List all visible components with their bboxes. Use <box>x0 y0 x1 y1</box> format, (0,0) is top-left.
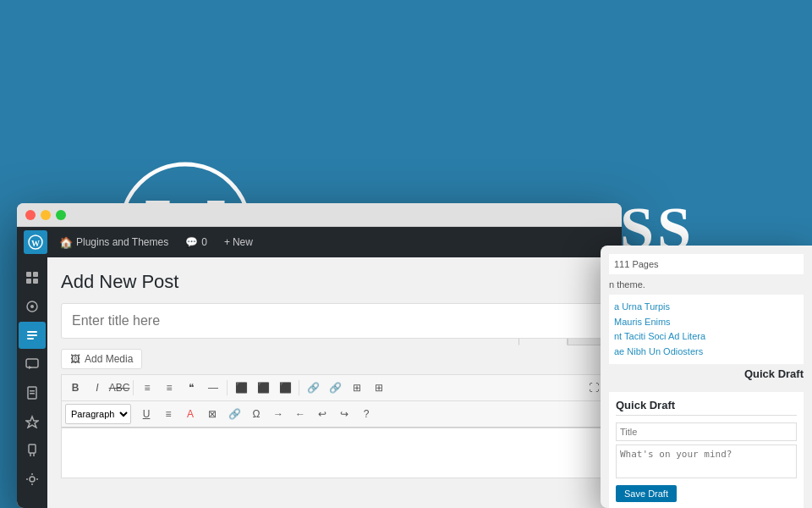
sidebar-item-posts[interactable] <box>19 322 46 349</box>
sidebar-item-media[interactable] <box>19 293 46 320</box>
list-item: Mauris Enims <box>614 315 798 330</box>
wp-admin-logo[interactable]: W <box>24 230 47 254</box>
admin-bar: W 🏠 Plugins and Themes 💬 0 + New <box>17 227 622 257</box>
home-link[interactable]: 🏠 Plugins and Themes <box>54 233 173 252</box>
editor-toolbar-2: Paragraph U ≡ A ⊠ 🔗 Ω → ← ↩ ↪ ? <box>61 400 608 428</box>
site-title: Plugins and Themes <box>76 236 168 248</box>
justify-button[interactable]: ≡ <box>158 404 178 424</box>
editor-area: Add New Post 🖼 Add Media Visual Text B I… <box>47 257 622 508</box>
list-item: a Urna Turpis <box>614 300 798 315</box>
sidebar-item-comments[interactable] <box>19 351 46 378</box>
close-dot[interactable] <box>25 210 36 220</box>
svg-rect-5 <box>33 272 38 277</box>
svg-point-9 <box>30 305 34 308</box>
add-media-button[interactable]: 🖼 Add Media <box>61 349 142 369</box>
svg-rect-15 <box>30 390 35 392</box>
ol-button[interactable]: ≡ <box>159 378 179 398</box>
svg-point-21 <box>26 478 28 480</box>
quick-draft-header: Quick Draft <box>609 367 804 387</box>
bold-button[interactable]: B <box>65 378 85 398</box>
hr-button[interactable]: — <box>203 378 223 398</box>
svg-rect-6 <box>26 279 31 284</box>
wp-icon: W <box>28 235 43 250</box>
link-button[interactable]: 🔗 <box>303 378 323 398</box>
toolbar-divider-1 <box>133 380 134 395</box>
list-items-area: a Urna Turpis Mauris Enims nt Taciti Soc… <box>609 295 804 364</box>
insert-more-button[interactable]: ⊞ <box>347 378 367 398</box>
page-heading: Add New Post <box>61 271 608 293</box>
toolbar-divider-2 <box>227 380 228 395</box>
redo-button[interactable]: ↪ <box>334 404 354 424</box>
post-title-input[interactable] <box>61 303 608 339</box>
italic-button[interactable]: I <box>87 378 107 398</box>
editor-toolbar-1: B I ABC ≡ ≡ ❝ — ⬛ ⬛ ⬛ 🔗 🔗 ⊞ ⊞ ⛶ <box>61 374 608 400</box>
underline-button[interactable]: U <box>136 404 156 424</box>
ul-button[interactable]: ≡ <box>137 378 157 398</box>
pages-count-area: 111 Pages <box>609 254 804 274</box>
svg-rect-11 <box>27 334 37 336</box>
help-button[interactable]: ? <box>356 404 376 424</box>
pages-count-text: 111 Pages <box>614 259 659 269</box>
minimize-dot[interactable] <box>41 210 51 220</box>
main-window: W 🏠 Plugins and Themes 💬 0 + New <box>17 203 622 508</box>
strikethrough-button[interactable]: ABC <box>109 378 129 398</box>
paste-text-button[interactable]: ⊠ <box>202 404 222 424</box>
custom-link-button[interactable]: 🔗 <box>224 404 244 424</box>
home-icon: 🏠 <box>59 236 73 249</box>
outdent-button[interactable]: ← <box>290 404 310 424</box>
svg-text:W: W <box>31 239 40 248</box>
add-media-label: Add Media <box>85 353 133 365</box>
svg-point-19 <box>31 473 33 475</box>
pages-note: n theme. <box>609 279 804 290</box>
svg-rect-7 <box>33 279 38 284</box>
sidebar-item-plugins[interactable] <box>19 437 46 464</box>
comments-link[interactable]: 💬 0 <box>180 233 212 251</box>
right-panel: 111 Pages n theme. a Urna Turpis Mauris … <box>601 246 812 508</box>
special-chars-button[interactable]: Ω <box>246 404 266 424</box>
new-button[interactable]: + New <box>219 233 258 251</box>
svg-rect-4 <box>26 272 31 277</box>
svg-rect-10 <box>27 331 37 333</box>
draft-content-input[interactable] <box>616 444 797 478</box>
draft-title-input[interactable] <box>616 422 797 441</box>
new-label: New <box>233 236 253 248</box>
svg-rect-12 <box>27 338 34 340</box>
save-draft-button[interactable]: Save Draft <box>616 485 677 502</box>
comments-count: 0 <box>201 236 207 248</box>
align-right-button[interactable]: ⬛ <box>275 378 295 398</box>
plus-icon: + <box>224 236 230 248</box>
svg-rect-13 <box>26 359 38 367</box>
quick-draft-title: Quick Draft <box>744 367 804 380</box>
content-area: Add New Post 🖼 Add Media Visual Text B I… <box>17 257 622 508</box>
unlink-button[interactable]: 🔗 <box>325 378 345 398</box>
media-icon: 🖼 <box>70 353 80 365</box>
list-item: nt Taciti Soci Ad Litera <box>614 329 798 345</box>
svg-rect-17 <box>29 444 36 453</box>
format-select[interactable]: Paragraph <box>65 404 131 424</box>
svg-rect-16 <box>30 393 35 395</box>
quick-draft-section: Quick Draft Save Draft <box>609 392 804 508</box>
indent-button[interactable]: → <box>268 404 288 424</box>
text-color-button[interactable]: A <box>180 404 200 424</box>
sidebar-item-appearance[interactable] <box>19 408 46 435</box>
align-center-button[interactable]: ⬛ <box>253 378 273 398</box>
align-left-button[interactable]: ⬛ <box>231 378 251 398</box>
blockquote-button[interactable]: ❝ <box>181 378 201 398</box>
comments-icon: 💬 <box>185 236 198 248</box>
right-panel-content: 111 Pages n theme. a Urna Turpis Mauris … <box>601 246 812 508</box>
spellcheck-button[interactable]: ⊞ <box>369 378 389 398</box>
sidebar-item-pages[interactable] <box>19 379 46 406</box>
svg-point-20 <box>31 483 33 485</box>
svg-point-22 <box>36 478 38 480</box>
svg-point-18 <box>30 477 35 482</box>
toolbar-divider-3 <box>299 380 299 395</box>
list-item: ae Nibh Un Odiosters <box>614 345 798 360</box>
editor-content[interactable] <box>61 428 608 478</box>
undo-button[interactable]: ↩ <box>312 404 332 424</box>
sidebar <box>17 257 47 508</box>
sidebar-item-settings[interactable] <box>19 466 46 493</box>
sidebar-item-dashboard[interactable] <box>19 264 46 291</box>
maximize-dot[interactable] <box>56 210 66 220</box>
title-bar <box>17 203 622 227</box>
quick-draft-label: Quick Draft <box>616 399 797 416</box>
